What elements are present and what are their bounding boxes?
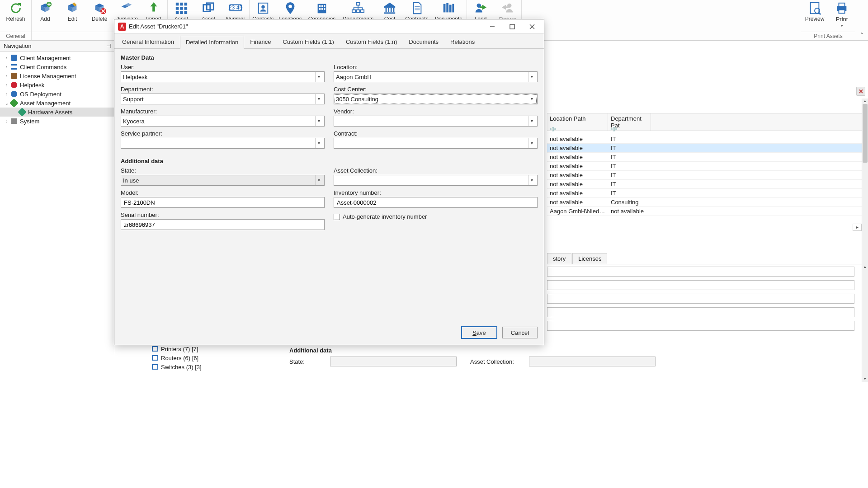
bg-tree-printers[interactable]: Printers (7) [7] (149, 344, 276, 353)
table-row[interactable]: Aagon GmbH\Niederla…not available (547, 207, 862, 216)
svg-rect-34 (443, 4, 446, 13)
tab-custom-fields-11[interactable]: Custom Fields (1:1) (277, 35, 340, 48)
table-row[interactable]: not availableIT (547, 144, 862, 153)
print-button[interactable]: Print▾ (828, 0, 855, 32)
tab-general-information[interactable]: General Information (116, 35, 180, 48)
nav-asset-management[interactable]: ⌄Asset Management (0, 99, 115, 108)
contract-label: Contract: (334, 130, 538, 137)
table-row[interactable]: not availableIT (547, 162, 862, 171)
nav-hardware-assets[interactable]: Hardware Assets (0, 108, 115, 117)
auto-generate-checkbox[interactable]: Auto-generate inventory number (334, 213, 538, 220)
detail-field-5[interactable] (547, 321, 854, 331)
ribbon-collapse-button[interactable]: ˄ (855, 0, 868, 40)
svg-rect-26 (352, 10, 356, 13)
nav-helpdesk[interactable]: ›Helpdesk (0, 80, 115, 89)
state-combo[interactable]: In use▾ (121, 175, 325, 186)
svg-rect-45 (510, 24, 514, 29)
refresh-button[interactable]: Refresh (0, 0, 31, 32)
table-row[interactable]: not availableConsulting (547, 198, 862, 207)
vendor-label: Vendor: (334, 108, 538, 115)
checkbox-icon (334, 214, 340, 220)
nav-pin-icon[interactable]: ⊣ (106, 42, 111, 49)
tab-licenses[interactable]: Licenses (572, 253, 607, 264)
search-clear-button[interactable]: ✕ (856, 87, 865, 96)
service-partner-combo[interactable]: ▾ (121, 138, 325, 149)
bg-tree-routers[interactable]: Routers (6) [6] (149, 353, 276, 362)
tab-custom-fields-1n[interactable]: Custom Fields (1:n) (340, 35, 403, 48)
nav-license-management[interactable]: ›License Management (0, 71, 115, 80)
svg-rect-19 (319, 5, 321, 7)
detail-field-1[interactable] (547, 267, 854, 277)
delete-button[interactable]: Delete (86, 0, 113, 32)
navigation-title: Navigation (4, 42, 31, 49)
bg-asset-collection-label: Asset Collection: (470, 358, 529, 365)
bg-tree-switches[interactable]: Switches (3) [3] (149, 362, 276, 371)
table-row[interactable]: not availableIT (547, 189, 862, 198)
svg-rect-29 (386, 8, 387, 12)
vendor-combo[interactable]: ▾ (334, 116, 538, 127)
add-button[interactable]: Add (32, 0, 59, 32)
model-input[interactable] (121, 197, 325, 208)
duplicate-icon (118, 1, 135, 15)
window-maximize-button[interactable] (502, 20, 522, 33)
cancel-button[interactable]: Cancel (502, 327, 538, 338)
svg-rect-20 (321, 5, 323, 7)
tab-detailed-information[interactable]: Detailed Information (180, 36, 244, 49)
print-icon (834, 1, 850, 15)
model-label: Model: (121, 189, 325, 196)
master-data-heading: Master Data (121, 54, 538, 61)
save-button[interactable]: Save (462, 327, 497, 338)
tab-history[interactable]: story (547, 253, 571, 264)
grid-filter-row[interactable]: ▫▯▫ ▫▯▫ (547, 124, 862, 134)
nav-system[interactable]: ›System (0, 117, 115, 126)
svg-rect-7 (184, 7, 188, 10)
tab-documents[interactable]: Documents (403, 35, 444, 48)
nav-client-commands[interactable]: ›Client Commands (0, 62, 115, 71)
asset-collection-label: Asset Collection: (334, 167, 538, 174)
org-icon (350, 1, 366, 15)
asset-collection-combo[interactable]: ▾ (334, 175, 538, 186)
dialog-title: Edit Asset "Drucker01" (129, 23, 482, 30)
table-row[interactable]: not availableIT (547, 180, 862, 189)
svg-rect-22 (319, 8, 321, 10)
svg-rect-35 (446, 3, 448, 13)
chevron-down-icon: ▾ (528, 94, 535, 104)
bg-asset-collection-input[interactable] (529, 357, 656, 366)
svg-rect-32 (393, 8, 395, 12)
bg-state-input[interactable] (330, 357, 457, 366)
detail-field-3[interactable] (547, 294, 854, 304)
svg-rect-8 (176, 11, 179, 14)
inventory-number-label: Inventory number: (334, 189, 538, 196)
svg-rect-9 (180, 11, 183, 14)
tab-finance[interactable]: Finance (244, 35, 277, 48)
user-combo[interactable]: Helpdesk▾ (121, 71, 325, 82)
dialog-titlebar[interactable]: A Edit Asset "Drucker01" (114, 19, 544, 34)
edit-button[interactable]: Edit (59, 0, 86, 32)
preview-button[interactable]: Preview (801, 0, 828, 32)
tab-relations[interactable]: Relations (444, 35, 481, 48)
grid-hscroll-right[interactable]: ▸ (853, 224, 862, 231)
manufacturer-combo[interactable]: Kyocera▾ (121, 116, 325, 127)
app-icon: A (118, 23, 126, 31)
nav-os-deployment[interactable]: ›OS Deployment (0, 89, 115, 99)
svg-rect-37 (452, 4, 454, 13)
svg-rect-21 (324, 5, 326, 7)
contract-combo[interactable]: ▾ (334, 138, 538, 149)
serial-number-input[interactable] (121, 219, 325, 230)
nav-client-management[interactable]: ›Client Management (0, 53, 115, 62)
svg-rect-4 (184, 3, 188, 6)
inventory-number-input[interactable] (334, 197, 538, 208)
department-combo[interactable]: Support▾ (121, 94, 325, 104)
location-combo[interactable]: Aagon GmbH▾ (334, 71, 538, 82)
window-close-button[interactable] (522, 20, 542, 33)
ribbon-group-general: General (0, 32, 31, 40)
cost-center-combo[interactable]: 3050 Consulting▾ (334, 94, 538, 104)
svg-rect-10 (184, 11, 188, 14)
window-minimize-button[interactable] (482, 20, 502, 33)
table-row[interactable]: not availableIT (547, 135, 862, 144)
detail-field-4[interactable] (547, 307, 854, 317)
chevron-down-icon: ▾ (528, 175, 535, 185)
detail-field-2[interactable] (547, 280, 854, 290)
table-row[interactable]: not availableIT (547, 153, 862, 162)
table-row[interactable]: not availableIT (547, 171, 862, 180)
